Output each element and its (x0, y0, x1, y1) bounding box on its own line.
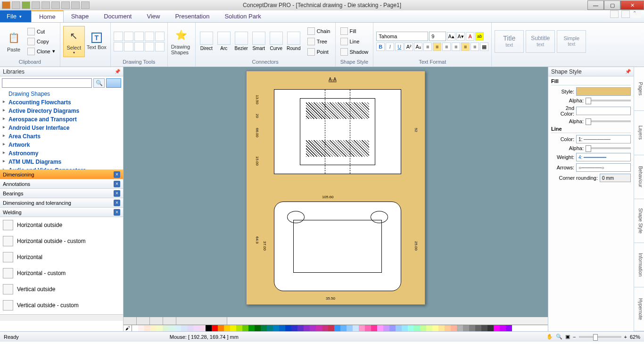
minimize-button[interactable]: — (587, 0, 604, 10)
page-nav-first[interactable] (124, 317, 137, 325)
paste-button[interactable]: 📋Paste (3, 26, 25, 57)
canvas-hscrollbar[interactable] (227, 317, 548, 325)
color-swatch[interactable] (144, 325, 150, 331)
tab-hypernote[interactable]: Hypernote (634, 287, 644, 331)
font-color-icon[interactable]: A (466, 32, 474, 41)
lib-item[interactable]: Active Directory Diagrams (0, 107, 123, 115)
color-swatch[interactable] (279, 325, 285, 331)
pin-icon[interactable]: 📌 (625, 69, 631, 74)
underline-icon[interactable]: U (395, 42, 404, 51)
tab-shapestyle[interactable]: Shape Style (634, 199, 644, 243)
color-swatch[interactable] (469, 325, 475, 331)
color-swatch[interactable] (500, 325, 506, 331)
page-nav-prev[interactable] (137, 317, 150, 325)
tool-icon[interactable] (145, 32, 154, 41)
align-right-icon[interactable]: ≡ (442, 42, 451, 51)
zoom-in-icon[interactable]: + (624, 334, 627, 340)
color-swatch[interactable] (193, 325, 199, 331)
drawing-shapes-button[interactable]: ⭐Drawing Shapes (171, 26, 192, 57)
stencil-dimtol[interactable]: Dimensioning and tolerancing× (0, 198, 123, 208)
align-bottom-icon[interactable]: ≡ (471, 42, 479, 51)
line-arrows-dropdown[interactable]: ○──────○ (576, 163, 631, 172)
lib-item[interactable]: Aerospace and Transport (0, 115, 123, 124)
font-size-input[interactable] (429, 32, 446, 41)
color-swatch[interactable] (506, 325, 512, 331)
search-icon[interactable]: 🔍 (93, 78, 105, 88)
page-nav-next[interactable] (150, 317, 163, 325)
color-swatch[interactable] (230, 325, 236, 331)
tab-behaviour[interactable]: Behaviour (634, 155, 644, 199)
color-swatch[interactable] (316, 325, 322, 331)
color-swatch[interactable] (432, 325, 438, 331)
color-swatch[interactable] (157, 325, 163, 331)
shape-item[interactable]: Vertical outside - custom (0, 297, 123, 313)
clone-button[interactable]: Clone ▾ (25, 47, 57, 56)
connector-arc[interactable]: Arc (216, 32, 232, 51)
shape-list[interactable]: Horizontal outside Horizontal outside - … (0, 217, 123, 314)
pin-icon[interactable]: 📌 (115, 69, 120, 74)
close-icon[interactable]: × (114, 171, 120, 178)
color-swatch[interactable] (481, 325, 487, 331)
collapse-ribbon-icon[interactable]: ⌃ (633, 10, 641, 18)
tool-icon[interactable] (124, 42, 133, 51)
color-swatch[interactable] (132, 325, 138, 331)
color-swatch[interactable] (169, 325, 175, 331)
tab-solutionpark[interactable]: Solution Park (217, 10, 268, 22)
tool-icon[interactable] (155, 42, 165, 51)
fit-page-icon[interactable]: ▣ (565, 334, 570, 340)
color-swatch[interactable] (457, 325, 463, 331)
tool-icon[interactable] (124, 32, 133, 41)
tree-button[interactable]: Tree (305, 37, 332, 46)
color-swatch[interactable] (175, 325, 181, 331)
color-swatch[interactable] (236, 325, 242, 331)
stencil-welding[interactable]: Welding× (0, 208, 123, 217)
connector-smart[interactable]: Smart (251, 32, 267, 51)
stencil-annotations[interactable]: Annotations× (0, 179, 123, 189)
color-swatch[interactable] (463, 325, 469, 331)
shape-item[interactable]: Horizontal outside - custom (0, 233, 123, 249)
connector-direct[interactable]: Direct (198, 32, 215, 51)
stencil-bearings[interactable]: Bearings× (0, 189, 123, 198)
close-icon[interactable]: × (114, 181, 120, 187)
align-top-icon[interactable]: ≡ (452, 42, 460, 51)
left-scrollbar[interactable] (0, 314, 123, 321)
tool-icon[interactable] (134, 32, 144, 41)
color-swatch[interactable] (322, 325, 328, 331)
shape-item[interactable]: Vertical outside (0, 281, 123, 297)
color-swatch[interactable] (451, 325, 457, 331)
color-swatch[interactable] (389, 325, 396, 331)
maximize-button[interactable]: ▢ (604, 0, 620, 10)
tab-pages[interactable]: Pages (634, 67, 644, 111)
color-swatch[interactable] (297, 325, 304, 331)
connector-curve[interactable]: Curve (268, 32, 284, 51)
color-swatch[interactable] (494, 325, 500, 331)
hand-tool-icon[interactable]: ✋ (546, 334, 553, 340)
color-swatch[interactable] (199, 325, 206, 331)
color-swatch[interactable] (408, 325, 414, 331)
color-swatch[interactable] (273, 325, 279, 331)
italic-icon[interactable]: I (386, 42, 394, 51)
preset-title[interactable]: Titletext (495, 30, 524, 53)
shape-item[interactable]: Horizontal outside (0, 217, 123, 233)
textbox-tool[interactable]: TText Box (86, 26, 107, 57)
tab-view[interactable]: View (139, 10, 167, 22)
align-middle-icon[interactable]: ≡ (461, 42, 470, 51)
color-swatch[interactable] (181, 325, 187, 331)
shadow-button[interactable]: Shadow (339, 47, 371, 57)
tool-icon[interactable] (134, 42, 144, 51)
close-icon[interactable]: × (114, 190, 120, 197)
color-swatch[interactable] (347, 325, 353, 331)
zoom-out-icon[interactable]: − (573, 334, 576, 340)
zoom-slider[interactable] (579, 336, 621, 338)
color-swatch[interactable] (261, 325, 267, 331)
fill-alpha-slider[interactable] (586, 100, 631, 101)
tool-icon[interactable] (114, 32, 123, 41)
second-color-dropdown[interactable] (576, 107, 631, 115)
stencil-dimensioning[interactable]: Dimensioning× (0, 170, 123, 179)
lib-item[interactable]: Area Charts (0, 132, 123, 141)
select-tool[interactable]: ↖Select▾ (63, 26, 85, 57)
shape-item[interactable]: Horizontal - custom (0, 265, 123, 281)
line-alpha-slider[interactable] (586, 147, 631, 149)
color-swatch[interactable] (438, 325, 445, 331)
color-swatch[interactable] (248, 325, 255, 331)
